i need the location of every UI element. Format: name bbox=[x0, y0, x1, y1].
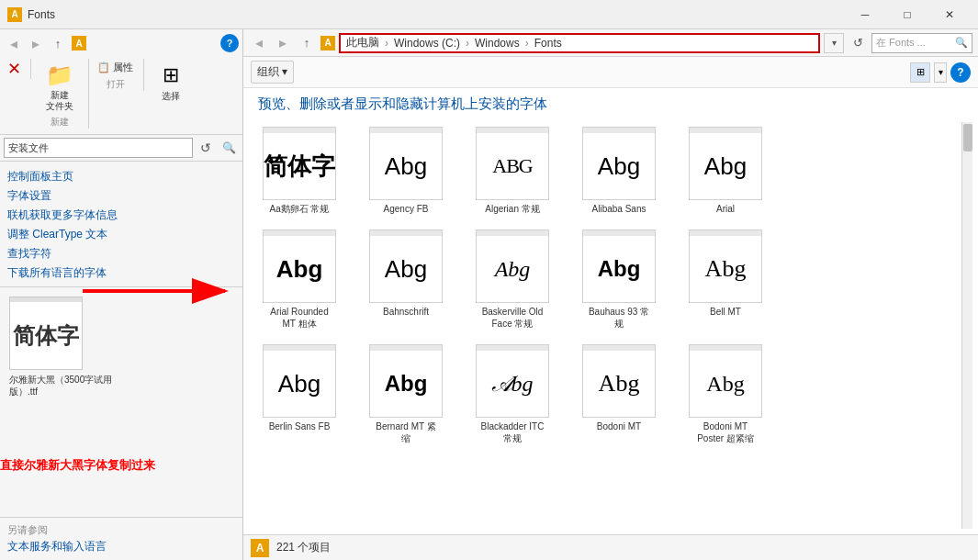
properties-button[interactable]: 📋 属性 bbox=[95, 59, 136, 76]
font-label-blackadder: Blackadder ITC常规 bbox=[481, 420, 545, 444]
nav-link-cleartype[interactable]: 调整 ClearType 文本 bbox=[7, 225, 235, 244]
back-button[interactable]: ◂ bbox=[4, 33, 24, 53]
breadcrumb-windows-c: Windows (C:) bbox=[394, 37, 460, 50]
select-label: 选择 bbox=[162, 90, 180, 103]
search-placeholder: 在 Fonts ... bbox=[876, 36, 926, 50]
font-icon-jiantizi: 简体字 bbox=[263, 127, 336, 200]
font-icon-alibaba: Abg bbox=[582, 127, 656, 200]
new-folder-button[interactable]: 📁 新建文件夹 bbox=[39, 59, 81, 114]
font-label-bell: Bell MT bbox=[710, 306, 741, 318]
help-button-main[interactable]: ? bbox=[950, 62, 971, 83]
font-item-jiantizi[interactable]: 简体字 Aa鹅卵石 常规 bbox=[249, 122, 350, 219]
breadcrumb-this-pc: 此电脑 bbox=[346, 35, 379, 50]
address-input[interactable]: 此电脑 › Windows (C:) › Windows › Fonts bbox=[339, 33, 820, 53]
font-icon-bahnschrift: Abg bbox=[369, 230, 443, 303]
up-arrow[interactable]: ↑ bbox=[297, 33, 317, 53]
organize-button[interactable]: 组织 ▾ bbox=[251, 61, 294, 84]
app-icon-ribbon: A bbox=[72, 36, 86, 50]
font-item-blackadder[interactable]: 𝒜bg Blackadder ITC常规 bbox=[462, 340, 563, 449]
breadcrumb-windows: Windows bbox=[475, 37, 520, 50]
new-folder-label: 新建文件夹 bbox=[46, 90, 73, 112]
address-dropdown[interactable]: ▾ bbox=[824, 33, 844, 53]
font-item-baskerville[interactable]: Abg Baskerville OldFace 常规 bbox=[462, 225, 563, 334]
see-also-link[interactable]: 文本服务和输入语言 bbox=[7, 540, 107, 553]
close-x-area: ✕ bbox=[4, 59, 31, 79]
font-label-bodoni: Bodoni MT bbox=[597, 420, 641, 432]
close-x-button[interactable]: ✕ bbox=[4, 59, 25, 79]
properties-label: 属性 bbox=[113, 61, 133, 74]
top-address-bar: ◂ ▸ ↑ A 此电脑 › Windows (C:) › Windows › F… bbox=[243, 29, 978, 57]
font-item-algerian[interactable]: ABG Algerian 常规 bbox=[462, 122, 563, 219]
help-button-ribbon[interactable]: ? bbox=[220, 34, 239, 52]
font-file-container: 简体字 尔雅新大黑（3500字试用版）.ttf bbox=[9, 297, 233, 398]
font-icon-baskerville: Abg bbox=[476, 230, 549, 303]
back-arrow[interactable]: ◂ bbox=[249, 33, 269, 53]
font-item-bauhaus[interactable]: Abg Bauhaus 93 常规 bbox=[568, 225, 669, 334]
breadcrumb-sep3: › bbox=[525, 37, 529, 50]
font-label-bauhaus: Bauhaus 93 常规 bbox=[589, 306, 649, 330]
font-label-alibaba: Alibaba Sans bbox=[592, 203, 646, 215]
breadcrumb-sep2: › bbox=[466, 37, 469, 50]
view-button-grid[interactable]: ⊞ bbox=[910, 62, 930, 83]
font-item-arial[interactable]: Abg Arial bbox=[675, 122, 776, 219]
select-icon: ⊞ bbox=[156, 61, 185, 90]
font-item-bodoni[interactable]: Abg Bodoni MT bbox=[568, 340, 669, 449]
maximize-button[interactable]: □ bbox=[886, 0, 928, 29]
fonts-grid-container[interactable]: 简体字 Aa鹅卵石 常规 Abg Agency FB ABG bbox=[243, 117, 978, 534]
font-label-arial-rounded: Arial RoundedMT 粗体 bbox=[270, 306, 328, 330]
folder-icon: 📁 bbox=[45, 61, 74, 90]
left-panel: ◂ ▸ ↑ A ? ✕ 📁 新建文件夹 bbox=[0, 29, 243, 560]
right-panel: ◂ ▸ ↑ A 此电脑 › Windows (C:) › Windows › F… bbox=[243, 29, 978, 560]
open-group: 📋 属性 打开 bbox=[95, 59, 144, 91]
font-item-alibaba[interactable]: Abg Alibaba Sans bbox=[568, 122, 669, 219]
install-path-input[interactable]: 安装文件 bbox=[4, 138, 193, 158]
window-title: Fonts bbox=[28, 8, 55, 21]
font-icon-bell: Abg bbox=[689, 230, 762, 303]
nav-link-font-settings[interactable]: 字体设置 bbox=[7, 186, 235, 206]
nav-link-download[interactable]: 下载所有语言的字体 bbox=[7, 263, 235, 283]
nav-link-online-fonts[interactable]: 联机获取更多字体信息 bbox=[7, 206, 235, 225]
font-item-bodoni-poster[interactable]: Abg Bodoni MTPoster 超紧缩 bbox=[675, 340, 776, 449]
grid-scrollbar[interactable] bbox=[961, 122, 972, 529]
app-icon: A bbox=[7, 7, 22, 22]
fonts-grid: 简体字 Aa鹅卵石 常规 Abg Agency FB ABG bbox=[249, 122, 961, 529]
font-label-bahnschrift: Bahnschrift bbox=[383, 306, 429, 318]
font-item-bell[interactable]: Abg Bell MT bbox=[675, 225, 776, 334]
nav-link-find-char[interactable]: 查找字符 bbox=[7, 244, 235, 263]
font-item-bernard[interactable]: Abg Bernard MT 紧缩 bbox=[355, 340, 456, 449]
forward-button[interactable]: ▸ bbox=[26, 33, 46, 53]
breadcrumb-sep1: › bbox=[385, 37, 388, 50]
font-label-algerian: Algerian 常规 bbox=[485, 203, 539, 215]
font-item-berlin[interactable]: Abg Berlin Sans FB bbox=[249, 340, 350, 449]
new-label: 新建 bbox=[51, 116, 69, 129]
forward-arrow[interactable]: ▸ bbox=[273, 33, 293, 53]
font-icon-berlin: Abg bbox=[263, 344, 336, 418]
select-button[interactable]: ⊞ 选择 bbox=[150, 59, 192, 105]
nav-link-home[interactable]: 控制面板主页 bbox=[7, 167, 235, 186]
font-file-icon[interactable]: 简体字 bbox=[9, 297, 83, 370]
font-icon-bodoni-poster: Abg bbox=[689, 344, 762, 418]
close-button[interactable]: ✕ bbox=[928, 0, 971, 29]
select-group: ⊞ 选择 bbox=[150, 59, 192, 105]
install-search-button[interactable]: 🔍 bbox=[219, 138, 239, 158]
minimize-button[interactable]: ─ bbox=[844, 0, 886, 29]
font-item-agency[interactable]: Abg Agency FB bbox=[355, 122, 456, 219]
install-refresh-button[interactable]: ↺ bbox=[196, 138, 216, 158]
font-item-arial-rounded[interactable]: Abg Arial RoundedMT 粗体 bbox=[249, 225, 350, 334]
font-label-baskerville: Baskerville OldFace 常规 bbox=[482, 306, 544, 330]
file-icon-label: 尔雅新大黑（3500字试用版）.ttf bbox=[9, 374, 119, 398]
item-count: 221 个项目 bbox=[276, 540, 331, 555]
font-label-bodoni-poster: Bodoni MTPoster 超紧缩 bbox=[697, 420, 754, 444]
view-dropdown[interactable]: ▾ bbox=[934, 62, 947, 83]
annotation-text: 直接尔雅新大黑字体复制过来 bbox=[0, 457, 155, 474]
new-folder-group: 📁 新建文件夹 新建 bbox=[39, 59, 89, 129]
search-input[interactable]: 在 Fonts ... 🔍 bbox=[871, 33, 972, 53]
address-refresh[interactable]: ↺ bbox=[848, 33, 868, 53]
font-label-bernard: Bernard MT 紧缩 bbox=[376, 420, 435, 444]
ribbon-area: ◂ ▸ ↑ A ? ✕ 📁 新建文件夹 bbox=[0, 29, 242, 135]
font-item-bahnschrift[interactable]: Abg Bahnschrift bbox=[355, 225, 456, 334]
page-title: 预览、删除或者显示和隐藏计算机上安装的字体 bbox=[243, 88, 978, 117]
scrollbar-thumb[interactable] bbox=[963, 124, 972, 151]
up-button[interactable]: ↑ bbox=[48, 33, 68, 53]
font-icon-agency: Abg bbox=[369, 127, 443, 200]
